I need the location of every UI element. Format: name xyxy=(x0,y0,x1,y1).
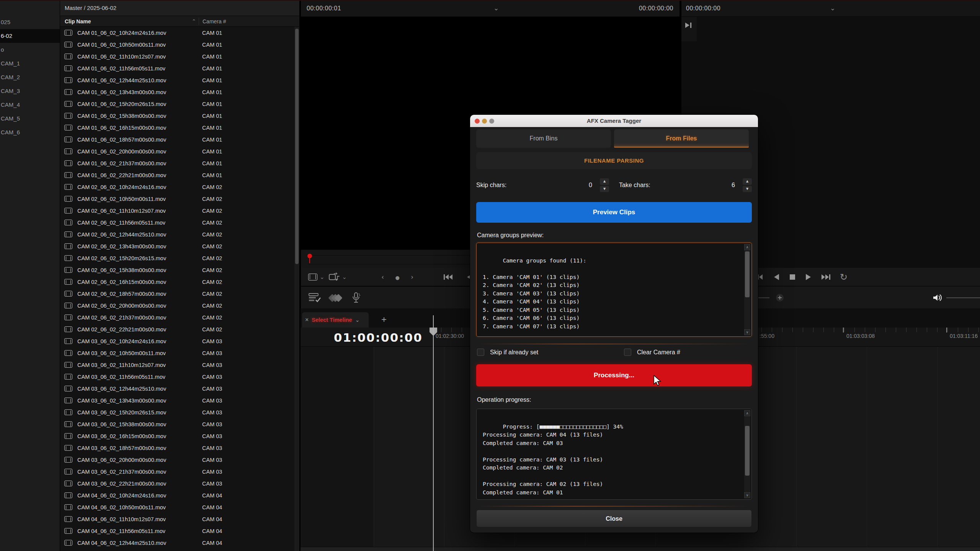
table-row[interactable]: CAM 03_06_02_13h43m00s00.mov CAM 03 xyxy=(60,395,294,406)
table-row[interactable]: CAM 03_06_02_22h21m00s00.mov CAM 03 xyxy=(60,478,294,489)
table-row[interactable]: CAM 03_06_02_16h15m00s00.mov CAM 03 xyxy=(60,430,294,442)
transform-audio-icon[interactable] xyxy=(328,272,340,282)
preview-clips-button[interactable]: Preview Clips xyxy=(476,202,752,223)
sidebar-bin-item[interactable]: CAM_6 xyxy=(0,126,60,139)
chevron-down-icon[interactable]: ⌄ xyxy=(830,0,835,16)
chevron-down-icon[interactable]: ⌄ xyxy=(320,274,325,280)
progress-console[interactable]: Progress: [■■■■■■□□□□□□□□□□□□□□] 34% Pro… xyxy=(476,409,752,500)
groups-preview-console[interactable]: Camera groups found (11): 1. Camera 'CAM… xyxy=(476,243,752,337)
chevron-down-icon[interactable]: ⌄ xyxy=(493,0,499,16)
clear-camera-label[interactable]: Clear Camera # xyxy=(637,347,680,357)
close-button[interactable]: Close xyxy=(476,510,752,527)
table-row[interactable]: CAM 01_06_02_16h15m00s00.mov CAM 01 xyxy=(60,122,294,134)
skip-chars-stepper[interactable]: ▲ ▼ xyxy=(600,178,609,192)
table-row[interactable]: CAM 01_06_02_10h50m00s11.mov CAM 01 xyxy=(60,39,294,51)
table-row[interactable]: CAM 03_06_02_18h57m00s00.mov CAM 03 xyxy=(60,442,294,454)
zoom-in-icon[interactable] xyxy=(776,293,784,302)
breadcrumb[interactable]: Master / 2025-06-02 xyxy=(60,0,299,16)
scroll-down-icon[interactable]: ∨ xyxy=(744,492,750,498)
table-row[interactable]: CAM 01_06_02_15h20m26s15.mov CAM 01 xyxy=(60,98,294,110)
sync-clips-layers-icon[interactable] xyxy=(328,292,343,303)
table-row[interactable]: CAM 02_06_02_15h20m26s15.mov CAM 02 xyxy=(60,252,294,264)
play-icon[interactable] xyxy=(805,274,812,280)
clear-camera-checkbox[interactable] xyxy=(624,349,631,356)
table-row[interactable]: CAM 01_06_02_15h38m00s00.mov CAM 01 xyxy=(60,110,294,122)
console-scrollbar[interactable]: ∧ ∨ xyxy=(744,244,750,335)
processing-button[interactable]: Processing... xyxy=(476,364,752,386)
volume-slider[interactable] xyxy=(946,297,980,299)
scrollbar-track[interactable] xyxy=(744,251,750,329)
table-row[interactable]: CAM 04_06_02_11h56m05s11.mov CAM 04 xyxy=(60,525,294,537)
volume-speaker-icon[interactable] xyxy=(933,293,942,302)
table-row[interactable]: CAM 03_06_02_21h37m00s00.mov CAM 03 xyxy=(60,466,294,478)
table-row[interactable]: CAM 03_06_02_15h38m00s00.mov CAM 03 xyxy=(60,418,294,430)
add-timeline-button[interactable]: + xyxy=(378,312,390,328)
table-row[interactable]: CAM 02_06_02_10h50m00s11.mov CAM 02 xyxy=(60,193,294,205)
table-row[interactable]: CAM 04_06_02_10h24m24s16.mov CAM 04 xyxy=(60,489,294,501)
stepper-down-icon[interactable]: ▼ xyxy=(600,186,609,192)
stepper-down-icon[interactable]: ▼ xyxy=(743,186,752,192)
table-row[interactable]: CAM 01_06_02_12h44m25s10.mov CAM 01 xyxy=(60,74,294,86)
scroll-up-icon[interactable]: ∧ xyxy=(744,410,750,416)
table-row[interactable]: CAM 02_06_02_22h21m00s00.mov CAM 02 xyxy=(60,323,294,335)
scrollbar-thumb[interactable] xyxy=(745,426,750,476)
sidebar-bin-item[interactable]: 025 xyxy=(0,15,60,29)
skip-to-start-icon[interactable] xyxy=(443,274,453,280)
media-pool-scrollbar[interactable] xyxy=(294,27,299,551)
skip-to-end-icon[interactable] xyxy=(821,274,831,280)
window-minimize-icon[interactable] xyxy=(482,119,487,124)
scrollbar-thumb[interactable] xyxy=(745,251,750,297)
timeline-checklist-icon[interactable] xyxy=(308,293,321,303)
table-row[interactable]: CAM 01_06_02_13h43m00s00.mov CAM 01 xyxy=(60,86,294,98)
table-row[interactable]: CAM 01_06_02_11h56m05s11.mov CAM 01 xyxy=(60,62,294,74)
table-row[interactable]: CAM 02_06_02_11h56m05s11.mov CAM 02 xyxy=(60,217,294,228)
close-tab-icon[interactable]: × xyxy=(305,316,309,323)
table-row[interactable]: CAM 01_06_02_20h00m00s00.mov CAM 01 xyxy=(60,145,294,157)
table-row[interactable]: CAM 02_06_02_21h37m00s00.mov CAM 02 xyxy=(60,311,294,323)
take-chars-value[interactable]: 6 xyxy=(732,182,735,189)
table-row[interactable]: CAM 03_06_02_10h50m00s11.mov CAM 03 xyxy=(60,347,294,359)
table-row[interactable]: CAM 02_06_02_12h44m25s10.mov CAM 02 xyxy=(60,228,294,240)
sidebar-bin-item[interactable]: CAM_3 xyxy=(0,84,60,98)
console-scrollbar[interactable]: ∧ ∨ xyxy=(744,410,750,498)
microphone-icon[interactable] xyxy=(351,292,363,303)
sidebar-bin-item[interactable]: 6-02 xyxy=(0,29,60,43)
marker-dot-icon[interactable]: ● xyxy=(395,275,404,280)
timeline-tab[interactable]: × Select Timeline ⌄ xyxy=(302,312,369,328)
table-row[interactable]: CAM 01_06_02_10h24m24s16.mov CAM 01 xyxy=(60,27,294,39)
table-row[interactable]: CAM 03_06_02_11h10m12s07.mov CAM 03 xyxy=(60,359,294,371)
table-row[interactable]: CAM 04_06_02_11h10m12s07.mov CAM 04 xyxy=(60,513,294,525)
table-row[interactable]: CAM 03_06_02_11h56m05s11.mov CAM 03 xyxy=(60,371,294,383)
scroll-up-icon[interactable]: ∧ xyxy=(744,244,750,250)
table-row[interactable]: CAM 02_06_02_15h38m00s00.mov CAM 02 xyxy=(60,264,294,276)
skip-if-set-checkbox[interactable] xyxy=(477,349,484,356)
chevron-down-icon[interactable]: ⌄ xyxy=(355,317,360,323)
table-row[interactable]: CAM 03_06_02_15h20m26s15.mov CAM 03 xyxy=(60,406,294,418)
column-clip-name[interactable]: Clip Name xyxy=(65,16,91,27)
table-row[interactable]: CAM 01_06_02_21h37m00s00.mov CAM 01 xyxy=(60,157,294,169)
window-close-icon[interactable] xyxy=(475,119,480,124)
table-row[interactable]: CAM 03_06_02_20h00m00s00.mov CAM 03 xyxy=(60,454,294,466)
dialog-titlebar[interactable]: AFX Camera Tagger xyxy=(470,115,758,127)
column-camera[interactable]: Camera # xyxy=(203,16,226,27)
sidebar-bin-item[interactable]: CAM_4 xyxy=(0,98,60,112)
timeline-tab-label[interactable]: Select Timeline xyxy=(312,317,352,323)
table-row[interactable]: CAM 02_06_02_20h00m00s00.mov CAM 02 xyxy=(60,300,294,311)
scrollbar-track[interactable] xyxy=(744,417,750,492)
previous-marker-icon[interactable]: ‹ xyxy=(381,273,389,281)
stepper-up-icon[interactable]: ▲ xyxy=(600,178,609,185)
next-marker-icon[interactable]: › xyxy=(411,273,418,281)
scroll-down-icon[interactable]: ∨ xyxy=(744,329,750,335)
table-row[interactable]: CAM 01_06_02_18h57m00s00.mov CAM 01 xyxy=(60,134,294,145)
table-row[interactable]: CAM 02_06_02_11h10m12s07.mov CAM 02 xyxy=(60,205,294,217)
table-row[interactable]: CAM 02_06_02_10h24m24s16.mov CAM 02 xyxy=(60,181,294,193)
skip-if-set-label[interactable]: Skip if already set xyxy=(490,347,538,357)
skip-to-end-icon[interactable] xyxy=(684,22,693,28)
table-row[interactable]: CAM 04_06_02_12h44m25s10.mov CAM 04 xyxy=(60,537,294,549)
table-row[interactable]: CAM 02_06_02_13h43m00s00.mov CAM 02 xyxy=(60,240,294,252)
stepper-up-icon[interactable]: ▲ xyxy=(743,178,752,185)
table-row[interactable]: CAM 01_06_02_11h10m12s07.mov CAM 01 xyxy=(60,51,294,62)
table-row[interactable]: CAM 02_06_02_18h57m00s00.mov CAM 02 xyxy=(60,288,294,300)
dialog-tab[interactable]: From Bins xyxy=(476,129,611,148)
table-row[interactable]: CAM 03_06_02_12h44m25s10.mov CAM 03 xyxy=(60,383,294,395)
